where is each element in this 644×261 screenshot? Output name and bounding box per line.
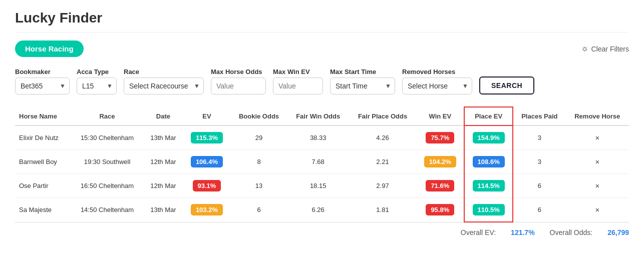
removed-horses-select[interactable]: Select Horse — [402, 78, 472, 94]
acca-type-select[interactable]: L15 L31 L63 — [77, 78, 117, 94]
cell-date: 12th Mar — [143, 174, 183, 198]
win-ev-badge: 95.8% — [426, 204, 454, 216]
table-row: Elixir De Nutz 15:30 Cheltenham 13th Mar… — [15, 126, 629, 150]
ev-badge: 106.4% — [191, 156, 223, 168]
ev-badge: 93.1% — [193, 180, 221, 192]
max-start-time-filter: Max Start Time Start Time 9:00 12:00 ▼ — [330, 68, 395, 94]
filter-icon: ⛭ — [581, 45, 588, 53]
footer-row: Overall EV: 121.7% Overall Odds: 26,799 — [15, 222, 629, 238]
overall-odds-label: Overall Odds: — [550, 228, 593, 236]
cell-place-ev: 114.5% — [464, 174, 513, 198]
table-row: Ose Partir 16:50 Cheltenham 12th Mar 93.… — [15, 174, 629, 198]
th-race: Race — [71, 107, 143, 126]
max-win-ev-label: Max Win EV — [273, 68, 323, 76]
cell-date: 13th Mar — [143, 198, 183, 222]
cell-horse-name: Sa Majeste — [15, 198, 71, 222]
cell-win-ev: 75.7% — [416, 126, 464, 150]
cell-date: 13th Mar — [143, 126, 183, 150]
cell-place-ev: 108.6% — [464, 150, 513, 174]
cell-places-paid: 3 — [513, 126, 565, 150]
race-label: Race — [124, 68, 204, 76]
max-win-ev-filter: Max Win EV — [273, 68, 323, 94]
acca-type-filter: Acca Type L15 L31 L63 ▼ — [77, 68, 117, 94]
cell-horse-name: Barnwell Boy — [15, 150, 71, 174]
th-places-paid: Places Paid — [513, 107, 565, 126]
clear-filters-button[interactable]: ⛭ Clear Filters — [581, 45, 629, 53]
cell-remove[interactable]: × — [566, 198, 629, 222]
race-select-wrapper: Select Racecourse ▼ — [124, 78, 204, 94]
cell-win-ev: 71.6% — [416, 174, 464, 198]
cell-race: 19:30 Southwell — [71, 150, 143, 174]
cell-places-paid: 6 — [513, 198, 565, 222]
place-ev-badge: 154.9% — [473, 132, 505, 144]
th-remove-horse: Remove Horse — [566, 107, 629, 126]
acca-type-select-wrapper: L15 L31 L63 ▼ — [77, 78, 117, 94]
search-group: . SEARCH — [479, 67, 534, 94]
th-date: Date — [143, 107, 183, 126]
cell-horse-name: Elixir De Nutz — [15, 126, 71, 150]
cell-fair-place-odds: 2.21 — [349, 150, 417, 174]
race-select[interactable]: Select Racecourse — [124, 78, 204, 94]
cell-fair-place-odds: 2.97 — [349, 174, 417, 198]
max-start-time-select[interactable]: Start Time 9:00 12:00 — [330, 78, 395, 94]
table-header-row: Horse Name Race Date EV Bookie Odds Fair… — [15, 107, 629, 126]
place-ev-badge: 110.5% — [473, 204, 505, 216]
cell-place-ev: 110.5% — [464, 198, 513, 222]
cell-ev: 93.1% — [183, 174, 231, 198]
cell-ev: 115.3% — [183, 126, 231, 150]
cell-fair-win-odds: 18.15 — [287, 174, 349, 198]
cell-fair-place-odds: 4.26 — [349, 126, 417, 150]
filters-row: Bookmaker Bet365 William Hill Ladbrokes … — [15, 67, 629, 94]
overall-ev-label: Overall EV: — [461, 228, 496, 236]
th-place-ev: Place EV — [464, 107, 513, 126]
th-win-ev: Win EV — [416, 107, 464, 126]
top-bar: Horse Racing ⛭ Clear Filters — [15, 40, 629, 57]
cell-fair-win-odds: 6.26 — [287, 198, 349, 222]
th-fair-win-odds: Fair Win Odds — [287, 107, 349, 126]
results-table: Horse Name Race Date EV Bookie Odds Fair… — [15, 106, 629, 222]
cell-race: 15:30 Cheltenham — [71, 126, 143, 150]
ev-badge: 115.3% — [191, 132, 223, 144]
max-horse-odds-input[interactable] — [211, 78, 266, 94]
th-bookie-odds: Bookie Odds — [230, 107, 287, 126]
cell-places-paid: 3 — [513, 150, 565, 174]
cell-bookie-odds: 8 — [230, 150, 287, 174]
cell-race: 14:50 Cheltenham — [71, 198, 143, 222]
removed-horses-filter: Removed Horses Select Horse ▼ — [402, 68, 472, 94]
th-ev: EV — [183, 107, 231, 126]
th-fair-place-odds: Fair Place Odds — [349, 107, 417, 126]
acca-type-label: Acca Type — [77, 68, 117, 76]
ev-badge: 103.2% — [191, 204, 223, 216]
race-filter: Race Select Racecourse ▼ — [124, 68, 204, 94]
bookmaker-label: Bookmaker — [15, 68, 70, 76]
cell-remove[interactable]: × — [566, 126, 629, 150]
cell-ev: 106.4% — [183, 150, 231, 174]
win-ev-badge: 75.7% — [426, 132, 454, 144]
cell-remove[interactable]: × — [566, 174, 629, 198]
search-button[interactable]: SEARCH — [479, 76, 534, 94]
bookmaker-select-wrapper: Bet365 William Hill Ladbrokes ▼ — [15, 78, 70, 94]
win-ev-badge: 71.6% — [426, 180, 454, 192]
horse-racing-button[interactable]: Horse Racing — [15, 40, 84, 57]
cell-fair-place-odds: 1.81 — [349, 198, 417, 222]
cell-date: 12th Mar — [143, 150, 183, 174]
overall-odds-value: 26,799 — [607, 228, 629, 236]
cell-ev: 103.2% — [183, 198, 231, 222]
max-win-ev-input[interactable] — [273, 78, 323, 94]
bookmaker-filter: Bookmaker Bet365 William Hill Ladbrokes … — [15, 68, 70, 94]
cell-bookie-odds: 29 — [230, 126, 287, 150]
table-row: Barnwell Boy 19:30 Southwell 12th Mar 10… — [15, 150, 629, 174]
page-title: Lucky Finder — [15, 10, 629, 32]
cell-remove[interactable]: × — [566, 150, 629, 174]
removed-horses-select-wrapper: Select Horse ▼ — [402, 78, 472, 94]
cell-bookie-odds: 13 — [230, 174, 287, 198]
cell-horse-name: Ose Partir — [15, 174, 71, 198]
table-row: Sa Majeste 14:50 Cheltenham 13th Mar 103… — [15, 198, 629, 222]
cell-win-ev: 104.2% — [416, 150, 464, 174]
place-ev-badge: 108.6% — [473, 156, 505, 168]
max-start-time-select-wrapper: Start Time 9:00 12:00 ▼ — [330, 78, 395, 94]
bookmaker-select[interactable]: Bet365 William Hill Ladbrokes — [15, 78, 70, 94]
cell-race: 16:50 Cheltenham — [71, 174, 143, 198]
cell-place-ev: 154.9% — [464, 126, 513, 150]
removed-horses-label: Removed Horses — [402, 68, 472, 76]
